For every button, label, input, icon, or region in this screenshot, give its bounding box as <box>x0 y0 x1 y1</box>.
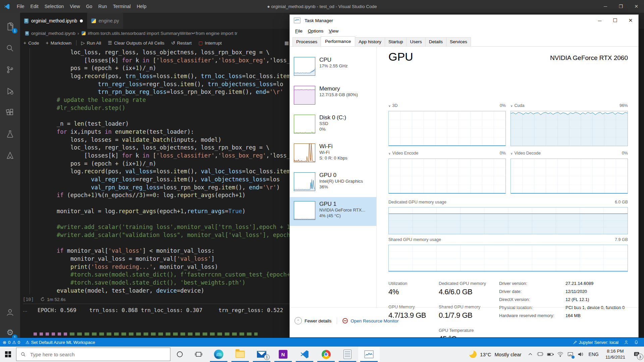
fewer-details-button[interactable]: ⌃ Fewer details <box>294 317 331 324</box>
vscode-minimize-button[interactable]: ─ <box>598 0 613 13</box>
taskbar-search[interactable] <box>16 348 170 361</box>
menu-run[interactable]: Run <box>95 0 110 13</box>
tm-sidebar-disk[interactable]: Disk 0 (C:)SSD0% <box>290 111 376 139</box>
extensions-icon[interactable] <box>0 105 20 121</box>
section-video-encode-label[interactable]: ∨Video Encode <box>388 151 418 156</box>
action-center-button[interactable]: 3 <box>629 347 644 362</box>
azure-ml-icon[interactable] <box>0 147 20 164</box>
tm-tab-app-history[interactable]: App history <box>355 37 385 46</box>
gpu-panel-title: GPU <box>388 50 413 63</box>
run-all-button[interactable]: ▷Run All <box>78 38 105 48</box>
vscode-close-button[interactable]: ✕ <box>629 0 644 13</box>
tray-chevron-up-icon[interactable] <box>526 347 535 362</box>
onenote-icon: N <box>279 350 287 359</box>
tm-gpu-panel: GPU NVIDIA GeForce RTX 2060 ∨3D 0% ∨Cuda… <box>388 46 628 308</box>
tm-sidebar-gpu1[interactable]: GPU 1NVIDIA GeForce RTX...4% (45 °C) <box>290 197 376 226</box>
tray-volume-icon[interactable] <box>576 347 585 362</box>
problems-status[interactable]: ⊗0 ⚠0 <box>0 338 23 347</box>
tab-orginial-method-ipynb[interactable]: orginial_method.ipynb <box>20 13 87 29</box>
taskbar-onenote[interactable]: N <box>272 347 294 362</box>
tm-menu-file[interactable]: File <box>292 27 305 35</box>
tm-minimize-button[interactable]: ─ <box>592 15 607 26</box>
tm-close-button[interactable]: ✕ <box>623 15 638 26</box>
section-3d-label[interactable]: ∨3D <box>388 103 398 108</box>
section-cuda-label[interactable]: ∨Cuda <box>511 103 524 108</box>
tray-display-icon[interactable] <box>536 347 545 362</box>
tm-sidebar-cpu[interactable]: CPU17% 2.55 GHz <box>290 53 376 82</box>
notifications-bell-icon[interactable] <box>631 338 641 347</box>
tm-tab-services[interactable]: Services <box>446 37 471 46</box>
dedicated-memory-max: 6.0 GB <box>594 200 628 204</box>
azure-workspace-status[interactable]: ⚠Set Default Azure ML Workspace <box>23 338 98 347</box>
taskbar-notepad[interactable] <box>337 347 358 362</box>
tm-tab-users[interactable]: Users <box>406 37 425 46</box>
taskbar-weather[interactable]: 13°C Mostly clear <box>466 351 525 358</box>
rerun-icon[interactable] <box>40 297 45 302</box>
tm-tab-performance[interactable]: Performance <box>321 36 355 46</box>
source-control-icon[interactable] <box>0 62 20 78</box>
section-video-decode-label[interactable]: ∨Video Decode <box>511 151 541 156</box>
menu-help[interactable]: Help <box>134 0 150 13</box>
tm-titlebar[interactable]: Task Manager ─ ☐ ✕ <box>290 15 638 26</box>
run-all-icon: ▷ <box>81 40 85 46</box>
taskbar-file-explorer[interactable] <box>229 347 251 362</box>
code-area[interactable]: loc_loss, regr_loss, loss_objectness, lo… <box>43 49 301 295</box>
menu-edit[interactable]: Edit <box>28 0 42 13</box>
menu-selection[interactable]: Selection <box>42 0 67 13</box>
taskbar-edge[interactable] <box>208 347 229 362</box>
search-input[interactable] <box>30 351 158 358</box>
testing-beaker-icon[interactable] <box>0 126 20 142</box>
tm-sidebar-gpu0[interactable]: GPU 0Intel(R) UHD Graphics36% <box>290 168 376 197</box>
tm-menu-options[interactable]: Options <box>305 27 326 35</box>
tray-battery-icon[interactable] <box>546 347 555 362</box>
tm-tab-details[interactable]: Details <box>425 37 446 46</box>
jupyter-server-status[interactable]: Jupyter Server: local <box>570 338 622 347</box>
run-debug-icon[interactable] <box>0 83 20 99</box>
shared-memory-max: 7.9 GB <box>594 237 628 242</box>
notepad-icon <box>343 350 352 359</box>
tm-tab-startup[interactable]: Startup <box>385 37 407 46</box>
tm-sidebar-cpu-graph <box>294 57 315 76</box>
tm-footer: ⌃ Fewer details Open Resource Monitor <box>290 307 638 337</box>
tm-menu-view[interactable]: View <box>326 27 341 35</box>
tm-sidebar-memory[interactable]: Memory12.7/15.8 GB (80%) <box>290 82 376 111</box>
output-ellipsis[interactable]: ... <box>23 307 38 313</box>
tray-cast-icon[interactable] <box>566 347 575 362</box>
add-markdown-cell-button[interactable]: +Markdown <box>42 38 74 48</box>
menu-go[interactable]: Go <box>83 0 95 13</box>
task-view-button[interactable] <box>189 347 208 362</box>
language-indicator[interactable]: ENG <box>586 352 601 357</box>
task-manager-window: Task Manager ─ ☐ ✕ File Options View Pro… <box>289 14 639 338</box>
tm-tab-processes[interactable]: Processes <box>292 37 321 46</box>
taskbar-mail[interactable]: 1 <box>251 347 272 362</box>
menu-terminal[interactable]: Terminal <box>110 0 134 13</box>
mail-badge: 1 <box>264 354 270 360</box>
clear-outputs-button[interactable]: ☰Clear Outputs of All Cells <box>105 38 168 48</box>
search-icon[interactable] <box>0 40 20 56</box>
taskbar-clock[interactable]: 8:16 PM 11/6/2021 <box>602 348 629 360</box>
open-resource-monitor-link[interactable]: Open Resource Monitor <box>342 318 398 323</box>
tm-maximize-button[interactable]: ☐ <box>607 15 623 26</box>
tray-wifi-icon[interactable] <box>556 347 565 362</box>
taskbar-vscode[interactable] <box>294 347 315 362</box>
cortana-button[interactable] <box>170 347 189 362</box>
menu-file[interactable]: File <box>14 0 28 13</box>
taskbar-task-manager[interactable] <box>358 347 380 362</box>
restart-icon: ↺ <box>171 40 175 46</box>
restart-button[interactable]: ↺Restart <box>168 38 195 48</box>
dedicated-stat-value: 4.6/6.0 GB <box>439 288 472 296</box>
interrupt-button[interactable]: ▢Interrupt <box>195 38 225 48</box>
taskbar-chrome[interactable] <box>315 347 337 362</box>
tab-engine-py[interactable]: engine.py <box>87 13 123 29</box>
detail-label-1: Driver date: <box>499 289 522 294</box>
vscode-restore-button[interactable]: ❐ <box>613 0 629 13</box>
explorer-icon[interactable]: 1 <box>0 19 20 35</box>
tm-sidebar-wifi[interactable]: Wi-FiWi-FiS: 0 R: 0 Kbps <box>290 139 376 168</box>
vscode-logo-icon <box>4 4 10 9</box>
add-code-cell-button[interactable]: +Code <box>20 38 42 48</box>
feedback-person-icon[interactable] <box>621 338 631 347</box>
accounts-icon[interactable] <box>0 304 20 320</box>
menu-view[interactable]: View <box>67 0 83 13</box>
weather-moon-icon <box>469 351 477 358</box>
start-button[interactable] <box>0 347 16 362</box>
